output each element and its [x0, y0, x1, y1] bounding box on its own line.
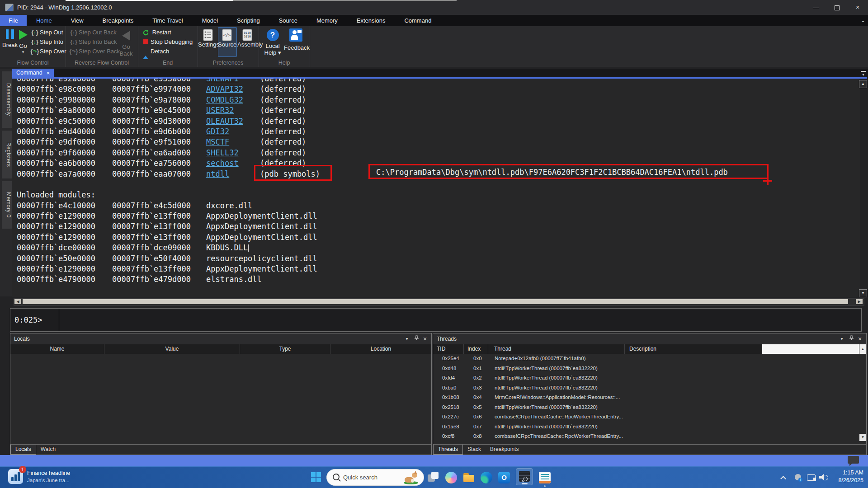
command-input-bar[interactable]: 0:025> [10, 308, 862, 332]
step-over-button[interactable]: {↷}Step Over [30, 47, 66, 56]
tool-tab-memory0[interactable]: Memory 0 [2, 181, 12, 229]
locals-col-location[interactable]: Location [330, 344, 431, 354]
taskbar-search[interactable]: Quick search [326, 469, 424, 486]
module-row[interactable]: 00007ffb`ea7a000000007ffb`eaa07000ntdll(… [17, 169, 860, 179]
menu-item-view[interactable]: View [61, 15, 93, 26]
thread-row[interactable]: 0x227c0x6combase!CRpcThreadCache::RpcWor… [433, 412, 866, 422]
threads-header-filter-box[interactable] [762, 344, 859, 354]
widgets-button[interactable]: 1 Finance headline Japan's June tra... [8, 469, 70, 484]
console-scroll-up-button[interactable]: ▲ [859, 80, 867, 88]
locals-col-value[interactable]: Value [104, 344, 240, 354]
threads-col-tid[interactable]: TID [433, 344, 464, 354]
tool-tab-registers[interactable]: Registers [2, 131, 12, 178]
threads-col-index[interactable]: Index [464, 344, 488, 354]
tab-command[interactable]: Command × [12, 69, 54, 77]
start-button[interactable] [311, 472, 321, 482]
menu-item-breakpoints[interactable]: Breakpoints [93, 15, 143, 26]
stack-tab[interactable]: Stack [463, 445, 486, 455]
thread-row[interactable]: 0xfd40x2ntdll!TppWorkerThread (00007ffb`… [433, 373, 866, 383]
module-link[interactable]: SHELL32 [206, 148, 260, 158]
go-button[interactable]: Go ▾ [16, 28, 30, 54]
taskbar-clock[interactable]: 1:15 AM 8/26/2025 [838, 469, 863, 484]
module-link[interactable]: GDI32 [206, 127, 260, 137]
task-view-button[interactable] [428, 472, 439, 483]
source-button[interactable]: </> Source [218, 28, 236, 48]
locals-body[interactable] [10, 354, 431, 434]
assembly-button[interactable]: 01101010 Assembly [237, 28, 257, 48]
locals-panel-header[interactable]: Locals ▾ × [10, 333, 431, 344]
watch-tab[interactable]: Watch [36, 445, 61, 455]
locals-col-type[interactable]: Type [240, 344, 330, 354]
menu-item-scripting[interactable]: Scripting [227, 15, 269, 26]
console-horizontal-scrollbar[interactable]: ◀ ▶ [14, 298, 864, 306]
threads-scroll-up-button[interactable]: ▲ [859, 344, 866, 354]
tool-tab-disassembly[interactable]: Disassembly [2, 71, 12, 128]
stop-debugging-button[interactable]: Stop Debugging [141, 37, 193, 47]
thread-row[interactable]: 0x1ae80x7ntdll!TppWorkerThread (00007ffb… [433, 422, 866, 432]
menu-item-file[interactable]: File [0, 15, 27, 26]
threads-tab[interactable]: Threads [433, 445, 463, 455]
title-bar[interactable]: PID: 2944 - WinDbg 1.2506.12002.0 — × [0, 0, 868, 15]
thread-row[interactable]: 0xd480x1ntdll!TppWorkerThread (00007ffb`… [433, 364, 866, 374]
ribbon-collapse-icon[interactable]: ⌄ [861, 15, 865, 26]
module-row[interactable]: 00007ffb`e92a000000007ffb`e953a000SHLWAP… [17, 79, 860, 84]
module-row[interactable]: 00007ffb`e9d4000000007ffb`e9d6b000GDI32(… [17, 127, 860, 137]
notepad-button[interactable] [539, 472, 551, 483]
locals-close-icon[interactable]: × [420, 333, 429, 344]
minimize-button[interactable]: — [806, 0, 826, 15]
threads-close-icon[interactable]: × [855, 333, 864, 344]
unloaded-module-row[interactable]: 00007ffb`e129000000007ffb`e13ff000AppxDe… [17, 221, 860, 232]
threads-panel-header[interactable]: Threads ▾ × [433, 333, 866, 344]
thread-row[interactable]: 0xba00x3ntdll!TppWorkerThread (00007ffb`… [433, 383, 866, 393]
step-into-back-button[interactable]: {↓}Step Into Back [69, 37, 120, 47]
module-link[interactable]: ADVAPI32 [206, 84, 260, 94]
unloaded-module-row[interactable]: 00007ffb`e4c1000000007ffb`e4c5d000dxcore… [17, 201, 860, 211]
menu-item-source[interactable]: Source [269, 15, 307, 26]
module-link[interactable]: OLEAUT32 [206, 116, 260, 127]
go-dropdown-icon[interactable]: ▾ [16, 50, 30, 54]
maximize-button[interactable] [826, 0, 847, 15]
thread-row[interactable]: 0x25180x5ntdll!TppWorkerThread (00007ffb… [433, 403, 866, 413]
threads-col-description[interactable]: Description [625, 344, 762, 354]
locals-menu-icon[interactable]: ▾ [402, 333, 411, 344]
command-output[interactable]: 00007ffb`e92a000000007ffb`e953a000SHLWAP… [12, 79, 860, 297]
feedback-bubble-icon[interactable] [848, 456, 859, 464]
unloaded-module-row[interactable]: 00007ffb`e129000000007ffb`e13ff000AppxDe… [17, 264, 860, 274]
scroll-left-button[interactable]: ◀ [14, 299, 21, 304]
copilot-button[interactable] [445, 472, 457, 483]
threads-scroll-down-button[interactable]: ▼ [859, 434, 866, 441]
menu-item-extensions[interactable]: Extensions [347, 15, 395, 26]
menu-item-command[interactable]: Command [395, 15, 441, 26]
locals-tab[interactable]: Locals [10, 445, 36, 455]
menu-item-model[interactable]: Model [193, 15, 227, 26]
step-out-back-button[interactable]: {↑}Step Out Back [69, 28, 120, 37]
module-row[interactable]: 00007ffb`ea6b000000007ffb`ea756000sechos… [17, 158, 860, 169]
module-link[interactable]: SHLWAPI [206, 79, 260, 84]
menu-item-memory[interactable]: Memory [307, 15, 347, 26]
thread-row[interactable]: 0x1b080x4MrmCoreR!Windows::ApplicationMo… [433, 393, 866, 403]
settings-button[interactable]: Settings [198, 28, 218, 48]
thread-row[interactable]: 0x25e40x0Notepad+0x12afb0 (00007ff7`fb41… [433, 354, 866, 364]
outlook-button[interactable]: O [498, 472, 510, 483]
module-row[interactable]: 00007ffb`e9c5000000007ffb`e9d30000OLEAUT… [17, 116, 860, 127]
module-row[interactable]: 00007ffb`e9a8000000007ffb`e9c45000USER32… [17, 105, 860, 116]
locals-pin-icon[interactable] [412, 333, 421, 344]
scroll-right-button[interactable]: ▶ [856, 299, 863, 304]
horizontal-scroll-thumb[interactable] [23, 299, 848, 304]
thread-row[interactable]: 0xcf80x8combase!CRpcThreadCache::RpcWork… [433, 432, 866, 441]
step-out-button[interactable]: {↑}Step Out [30, 28, 66, 37]
menu-item-time-travel[interactable]: Time Travel [143, 15, 192, 26]
scrollbar-options-icon[interactable]: ▾ [860, 70, 867, 76]
threads-col-thread[interactable]: Thread [488, 344, 625, 354]
unloaded-module-row[interactable]: 00007ffb`dce0000000007ffb`dce09000KBDUS.… [17, 243, 860, 253]
feedback-button[interactable]: Feedback [284, 28, 307, 51]
edge-button[interactable] [481, 472, 492, 483]
restart-button[interactable]: Restart [141, 28, 193, 37]
module-link[interactable]: COMDLG32 [206, 95, 260, 105]
locals-col-name[interactable]: Name [10, 344, 104, 354]
threads-menu-icon[interactable]: ▾ [837, 333, 846, 344]
close-button[interactable]: × [847, 0, 868, 15]
unloaded-module-row[interactable]: 00007ffb`e479000000007ffb`e479d000elstra… [17, 274, 860, 285]
unloaded-module-row[interactable]: 00007ffb`e129000000007ffb`e13ff000AppxDe… [17, 232, 860, 243]
step-into-button[interactable]: {↓}Step Into [30, 37, 66, 47]
